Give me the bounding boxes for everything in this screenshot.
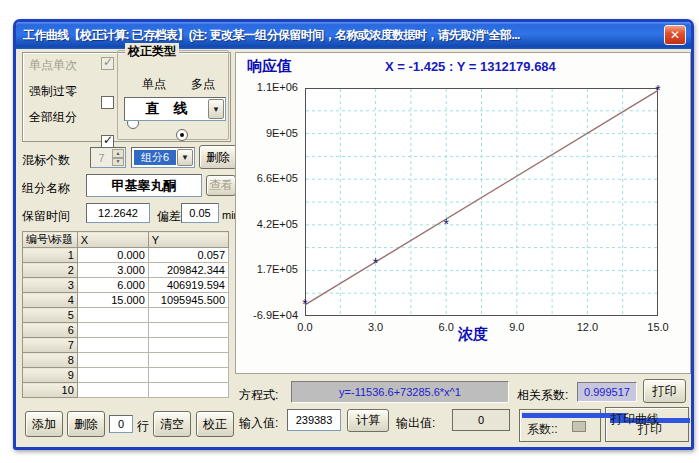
table-row[interactable]: 1 0.000 0.057 xyxy=(23,248,229,263)
cell-y[interactable]: 209842.344 xyxy=(148,263,228,278)
input-value-field[interactable]: 239383 xyxy=(287,409,341,431)
close-button[interactable]: ✕ xyxy=(664,25,686,45)
calibration-table[interactable]: 编号\标题 X Y 1 0.000 0.0572 3.000 209842.34… xyxy=(22,231,229,398)
delete-row-button[interactable]: 删除 xyxy=(67,411,105,437)
output-value-label: 输出值: xyxy=(396,415,435,432)
y-axis-title: 响应值 xyxy=(247,57,292,76)
data-point-marker: * xyxy=(373,255,379,271)
cell-x[interactable] xyxy=(77,338,148,353)
col-header-index[interactable]: 编号\标题 xyxy=(23,232,78,248)
mix-count-label: 混标个数 xyxy=(22,152,70,169)
y-tick-label: 9E+05 xyxy=(238,127,298,139)
cell-y[interactable]: 406919.594 xyxy=(148,278,228,293)
table-row[interactable]: 2 3.000 209842.344 xyxy=(23,263,229,278)
col-header-y[interactable]: Y xyxy=(148,232,228,248)
cell-x[interactable]: 15.000 xyxy=(77,293,148,308)
row-index[interactable]: 3 xyxy=(23,278,78,293)
y-tick-label: 4.2E+05 xyxy=(238,218,298,230)
cell-y[interactable] xyxy=(148,368,228,383)
col-header-x[interactable]: X xyxy=(77,232,148,248)
clear-button[interactable]: 清空 xyxy=(153,411,191,437)
cell-x[interactable] xyxy=(77,368,148,383)
y-tick-label: -6.9E+04 xyxy=(238,309,298,321)
delete-component-button[interactable]: 删除 xyxy=(199,145,237,169)
component-name-field[interactable]: 甲基睾丸酮 xyxy=(86,174,202,197)
table-row[interactable]: 3 6.000 406919.594 xyxy=(23,278,229,293)
row-index[interactable]: 4 xyxy=(23,293,78,308)
add-row-button[interactable]: 添加 xyxy=(25,411,63,437)
row-index[interactable]: 8 xyxy=(23,353,78,368)
cell-y[interactable] xyxy=(148,308,228,323)
row-index[interactable]: 6 xyxy=(23,323,78,338)
deviation-label: 偏差 xyxy=(157,208,181,225)
y-tick-label: 6.6E+05 xyxy=(238,172,298,184)
component-select[interactable]: 组分6 ▼ xyxy=(131,147,195,168)
correlation-field: 0.999517 xyxy=(577,382,637,402)
cell-y[interactable]: 1095945.500 xyxy=(148,293,228,308)
row-count-input[interactable]: 0 xyxy=(109,415,133,433)
coefficient-button-label: 系数:: xyxy=(527,421,558,438)
cell-y[interactable] xyxy=(148,323,228,338)
table-row[interactable]: 7 xyxy=(23,338,229,353)
row-index[interactable]: 2 xyxy=(23,263,78,278)
mix-count-value: 7 xyxy=(91,148,112,167)
x-axis-title: 浓度 xyxy=(458,325,488,344)
chevron-down-icon[interactable]: ▼ xyxy=(208,99,224,119)
row-index[interactable]: 7 xyxy=(23,338,78,353)
component-name-label: 组分名称 xyxy=(22,180,70,197)
data-point-marker: * xyxy=(655,82,661,98)
force-zero-checkbox[interactable] xyxy=(101,96,114,109)
x-tick-label: 0.0 xyxy=(285,321,325,333)
cell-y[interactable] xyxy=(148,383,228,398)
cell-x[interactable] xyxy=(77,323,148,338)
table-row[interactable]: 4 15.000 1095945.500 xyxy=(23,293,229,308)
x-tick-label: 12.0 xyxy=(567,321,607,333)
table-row[interactable]: 8 xyxy=(23,353,229,368)
dialog-content: 单点单次 ✓ 强制过零 全部组分 ✓ 校正类型 单点 多点 直 线 ▼ 混标个数… xyxy=(16,49,691,447)
print-button[interactable]: 打印 xyxy=(643,379,686,403)
glitched-region: 系数:: 打印曲线 打印 xyxy=(516,405,691,445)
chevron-down-icon[interactable]: ▼ xyxy=(177,149,193,166)
cell-x[interactable]: 3.000 xyxy=(77,263,148,278)
x-tick-label: 9.0 xyxy=(497,321,537,333)
retention-time-label: 保留时间 xyxy=(22,208,70,225)
row-index[interactable]: 10 xyxy=(23,383,78,398)
stepper-arrows-icon[interactable]: ▲▼ xyxy=(112,149,124,166)
curve-type-value: 直 线 xyxy=(125,98,208,120)
correlation-label: 相关系数: xyxy=(517,387,568,404)
single-point-single-run-checkbox[interactable]: ✓ xyxy=(101,57,114,70)
mix-count-stepper[interactable]: 7 ▲▼ xyxy=(90,147,126,168)
multi-point-radio[interactable] xyxy=(176,129,188,141)
table-row[interactable]: 10 xyxy=(23,383,229,398)
row-index[interactable]: 9 xyxy=(23,368,78,383)
table-row[interactable]: 6 xyxy=(23,323,229,338)
x-tick-label: 15.0 xyxy=(638,321,678,333)
table-row[interactable]: 5 xyxy=(23,308,229,323)
desktop: 工作曲线【校正计算: 已存档表】(注: 更改某一组分保留时间，名称或浓度数据时，… xyxy=(0,0,699,463)
deviation-field[interactable]: 0.05 xyxy=(181,203,219,223)
calib-table-body: 1 0.000 0.0572 3.000 209842.3443 6.000 4… xyxy=(23,248,229,398)
calibrate-button[interactable]: 校正 xyxy=(196,411,234,437)
cell-y[interactable]: 0.057 xyxy=(148,248,228,263)
calibration-plot[interactable]: **** xyxy=(305,88,658,316)
cell-x[interactable] xyxy=(77,383,148,398)
equation-field: y=-11536.6+73285.6*x^1 xyxy=(291,381,509,403)
cell-x[interactable]: 6.000 xyxy=(77,278,148,293)
calculate-button[interactable]: 计算 xyxy=(347,409,389,432)
row-index[interactable]: 1 xyxy=(23,248,78,263)
curve-type-select[interactable]: 直 线 ▼ xyxy=(124,97,226,121)
cell-x[interactable]: 0.000 xyxy=(77,248,148,263)
multi-point-radio-label: 多点 xyxy=(191,76,215,93)
retention-time-field[interactable]: 12.2642 xyxy=(86,203,150,223)
calibration-type-legend: 校正类型 xyxy=(125,43,179,60)
cell-x[interactable] xyxy=(77,353,148,368)
cell-y[interactable] xyxy=(148,338,228,353)
equation-label: 方程式: xyxy=(239,387,278,404)
row-index[interactable]: 5 xyxy=(23,308,78,323)
titlebar[interactable]: 工作曲线【校正计算: 已存档表】(注: 更改某一组分保留时间，名称或浓度数据时，… xyxy=(16,22,691,49)
cell-y[interactable] xyxy=(148,353,228,368)
table-row[interactable]: 9 xyxy=(23,368,229,383)
cell-x[interactable] xyxy=(77,308,148,323)
single-point-radio-label: 单点 xyxy=(142,76,166,93)
view-button[interactable]: 查看 xyxy=(206,175,236,196)
